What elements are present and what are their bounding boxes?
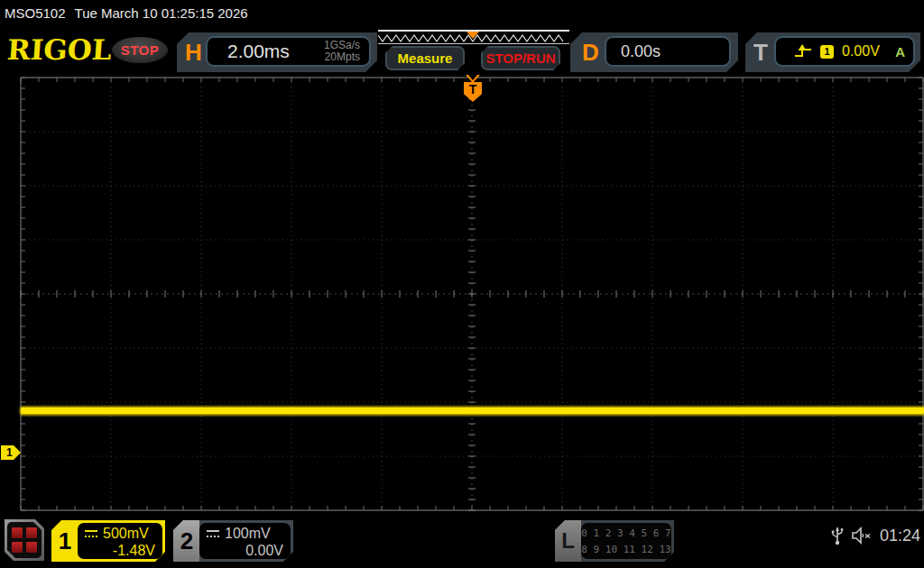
bottom-bar: 1 500mV -1.48V 2 100mV 0.00V L <box>0 514 924 568</box>
channel1-scale: 500mV <box>103 525 149 542</box>
channel2-info-box: 100mV 0.00V <box>199 523 291 559</box>
rigol-logo: RIGOL <box>6 34 115 65</box>
titlebar: MSO5102Tue March 10 01:25:15 2026 <box>0 0 924 27</box>
status-icons: 01:24 <box>831 525 920 546</box>
dc-coupling-icon <box>207 530 219 537</box>
logic-channels-box: 0 1 2 3 4 5 6 7 8 9 10 11 12 13 14 15 <box>581 523 671 559</box>
channel2-number: 2 <box>173 520 200 562</box>
horizontal-label: H <box>185 39 202 66</box>
delay-block[interactable]: D 0.00s <box>570 32 738 72</box>
delay-value: 0.00s <box>606 42 661 61</box>
menu-grid-icon <box>7 522 42 558</box>
trigger-label: T <box>753 39 768 66</box>
channel1-badge[interactable]: 1 500mV -1.48V <box>51 520 165 562</box>
trigger-position-triangle-icon[interactable] <box>466 75 480 83</box>
oscilloscope-screen: MSO5102Tue March 10 01:25:15 2026 RIGOL … <box>0 0 924 568</box>
usb-icon <box>831 525 844 546</box>
channel2-badge[interactable]: 2 100mV 0.00V <box>173 520 293 562</box>
channel2-scale: 100mV <box>225 525 271 542</box>
horizontal-inner-box: 2.00ms 1GSa/s 20Mpts <box>206 36 371 67</box>
measure-button[interactable]: Measure <box>385 46 465 70</box>
trigger-level-value: 0.00V <box>842 43 880 60</box>
rising-edge-trigger-icon <box>794 44 812 59</box>
channel2-offset: 0.00V <box>207 542 283 559</box>
logic-row-2: 8 9 10 11 12 13 14 15 <box>581 542 671 568</box>
channel1-offset: -1.48V <box>85 542 155 559</box>
channel1-trace <box>21 408 924 414</box>
graticule: 1 T <box>0 72 924 516</box>
model-name: MSO5102 <box>5 5 66 21</box>
memory-depth: 20Mpts <box>324 51 360 63</box>
channel1-number: 1 <box>51 520 79 562</box>
logic-channels-badge[interactable]: L 0 1 2 3 4 5 6 7 8 9 10 11 12 13 14 15 <box>555 520 674 562</box>
datetime-text: Tue March 10 01:25:15 2026 <box>75 5 248 21</box>
timebase-value: 2.00ms <box>208 41 290 62</box>
delay-inner-box: 0.00s <box>605 36 731 67</box>
trigger-block[interactable]: T 1 0.00V A <box>745 32 920 72</box>
clock: 01:24 <box>880 527 920 545</box>
stop-run-button[interactable]: STOP/RUN <box>481 46 560 70</box>
trigger-mode-indicator: A <box>895 44 913 60</box>
sound-muted-icon <box>851 527 873 545</box>
menu-grid-button[interactable] <box>5 519 44 561</box>
channel1-info-box: 500mV -1.48V <box>78 523 162 559</box>
acquisition-info: 1GSa/s 20Mpts <box>324 40 369 63</box>
logic-row-1: 0 1 2 3 4 5 6 7 <box>581 526 671 542</box>
horizontal-settings-block[interactable]: H 2.00ms 1GSa/s 20Mpts <box>177 32 377 72</box>
waveform-overview-strip[interactable] <box>378 30 569 44</box>
trigger-inner-box: 1 0.00V A <box>774 36 915 67</box>
run-state-indicator[interactable]: STOP <box>112 37 168 63</box>
header-bar: RIGOL STOP H 2.00ms 1GSa/s 20Mpts Measur… <box>0 27 924 72</box>
delay-label: D <box>582 39 599 66</box>
grid <box>0 72 924 516</box>
overview-trigger-position-icon[interactable] <box>467 32 479 39</box>
logic-label: L <box>555 520 581 562</box>
trigger-source-badge: 1 <box>820 45 834 59</box>
dc-coupling-icon <box>85 530 97 537</box>
